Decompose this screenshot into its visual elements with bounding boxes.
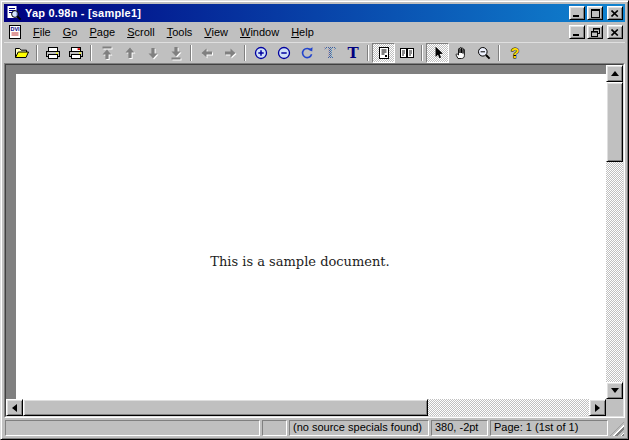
zoom-in-icon xyxy=(253,45,269,61)
t-outline-icon: T xyxy=(322,45,338,61)
previous-page-button[interactable] xyxy=(118,43,141,63)
menu-item-scroll[interactable]: Scroll xyxy=(121,24,161,41)
single-page-view-button[interactable] xyxy=(372,43,395,63)
arrow-down-icon xyxy=(145,45,161,61)
status-panel-2: (no source specials found) xyxy=(289,420,429,436)
scroll-left-button[interactable] xyxy=(6,399,23,416)
scrollbar-corner xyxy=(606,399,623,416)
svg-text:DVI: DVI xyxy=(10,26,20,32)
hand-tool-button[interactable] xyxy=(449,43,472,63)
menu-item-help[interactable]: Help xyxy=(285,24,320,41)
horizontal-scrollbar[interactable] xyxy=(6,399,606,416)
triangle-right-icon xyxy=(595,404,600,412)
t-solid-icon: T xyxy=(345,45,361,61)
arrow-up-bar-icon xyxy=(99,45,115,61)
toolbar-separator xyxy=(36,45,38,61)
double-page-icon xyxy=(399,45,415,61)
help-icon: ? xyxy=(507,45,523,61)
font-solid-button[interactable]: T xyxy=(341,43,364,63)
menu-item-page[interactable]: Page xyxy=(83,24,121,41)
back-button[interactable] xyxy=(195,43,218,63)
document-text: This is a sample document. xyxy=(16,254,584,269)
printer-page-icon xyxy=(68,45,84,61)
zoom-out-button[interactable] xyxy=(272,43,295,63)
vertical-scrollbar-thumb[interactable] xyxy=(606,82,623,162)
printer-icon xyxy=(45,45,61,61)
refresh-button[interactable] xyxy=(295,43,318,63)
arrow-down-bar-icon xyxy=(168,45,184,61)
triangle-left-icon xyxy=(12,404,17,412)
status-bar: (no source specials found)380, -2ptPage:… xyxy=(4,418,625,436)
menu-item-window[interactable]: Window xyxy=(234,24,285,41)
arrow-right-icon xyxy=(222,45,238,61)
close-button[interactable] xyxy=(607,6,623,20)
resize-grip-icon[interactable] xyxy=(610,422,624,436)
vertical-scrollbar[interactable] xyxy=(606,65,623,399)
print-pages-button[interactable] xyxy=(64,43,87,63)
help-button[interactable]: ? xyxy=(503,43,526,63)
toolbar-separator xyxy=(367,45,369,61)
mdi-close-button[interactable] xyxy=(607,25,623,39)
open-folder-icon xyxy=(14,45,30,61)
window-controls xyxy=(569,6,623,20)
scroll-up-button[interactable] xyxy=(606,65,623,82)
status-panel-0 xyxy=(5,420,260,436)
menu-item-view[interactable]: View xyxy=(198,24,234,41)
yap-application-window: Yap 0.98n - [sample1] DVI FileGoPageScro… xyxy=(0,0,629,440)
scroll-right-button[interactable] xyxy=(589,399,606,416)
mdi-restore-button[interactable] xyxy=(587,25,603,39)
document-area-inner: This is a sample document. xyxy=(5,64,624,417)
double-page-view-button[interactable] xyxy=(395,43,418,63)
title-bar[interactable]: Yap 0.98n - [sample1] xyxy=(4,4,625,22)
menu-item-file[interactable]: File xyxy=(27,24,57,41)
scroll-down-button[interactable] xyxy=(606,382,623,399)
last-page-button[interactable] xyxy=(164,43,187,63)
toolbar-separator xyxy=(244,45,246,61)
first-page-button[interactable] xyxy=(95,43,118,63)
menu-item-tools[interactable]: Tools xyxy=(161,24,199,41)
font-outline-button[interactable]: T xyxy=(318,43,341,63)
mdi-window-controls xyxy=(569,25,623,39)
zoom-out-icon xyxy=(276,45,292,61)
dvi-document-icon[interactable]: DVI xyxy=(8,25,23,40)
page-canvas: This is a sample document. xyxy=(6,65,606,399)
arrow-left-icon xyxy=(199,45,215,61)
app-icon[interactable] xyxy=(6,5,22,21)
horizontal-scrollbar-thumb[interactable] xyxy=(23,399,428,416)
document-area: This is a sample document. xyxy=(4,63,625,418)
status-panel-1 xyxy=(262,420,287,436)
refresh-icon xyxy=(299,45,315,61)
toolbar-separator xyxy=(90,45,92,61)
minimize-button[interactable] xyxy=(569,6,585,20)
toolbar-separator xyxy=(421,45,423,61)
horizontal-scrollbar-track[interactable] xyxy=(428,399,589,416)
svg-text:T: T xyxy=(347,45,359,61)
magnifier-icon xyxy=(476,45,492,61)
toolbar-separator xyxy=(190,45,192,61)
svg-text:?: ? xyxy=(510,45,519,61)
forward-button[interactable] xyxy=(218,43,241,63)
status-panel-4: Page: 1 (1st of 1) xyxy=(490,420,608,436)
svg-text:T: T xyxy=(324,45,336,61)
zoom-in-button[interactable] xyxy=(249,43,272,63)
status-panel-3: 380, -2pt xyxy=(431,420,488,436)
magnifier-tool-button[interactable] xyxy=(472,43,495,63)
toolbar-separator xyxy=(498,45,500,61)
maximize-button[interactable] xyxy=(587,6,603,20)
arrow-up-icon xyxy=(122,45,138,61)
window-title: Yap 0.98n - [sample1] xyxy=(25,7,141,19)
mdi-minimize-button[interactable] xyxy=(569,25,585,39)
triangle-up-icon xyxy=(611,71,619,76)
menu-item-go[interactable]: Go xyxy=(57,24,84,41)
vertical-scrollbar-track[interactable] xyxy=(606,162,623,382)
next-page-button[interactable] xyxy=(141,43,164,63)
document-page[interactable]: This is a sample document. xyxy=(16,74,606,399)
menu-bar: DVI FileGoPageScrollToolsViewWindowHelp xyxy=(4,22,625,42)
select-tool-button[interactable] xyxy=(426,43,449,63)
cursor-arrow-icon xyxy=(430,45,446,61)
print-button[interactable] xyxy=(41,43,64,63)
open-button[interactable] xyxy=(10,43,33,63)
triangle-down-icon xyxy=(611,388,619,393)
single-page-icon xyxy=(376,45,392,61)
toolbar: TT? xyxy=(4,42,625,63)
